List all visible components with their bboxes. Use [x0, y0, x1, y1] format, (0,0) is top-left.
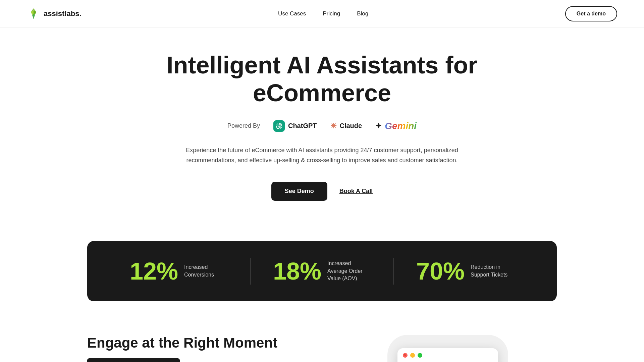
stat-label-tickets: Reduction in Support Tickets [471, 263, 514, 279]
browser-mockup: ✕ ⌖ [387, 335, 508, 362]
claude-label: Claude [340, 122, 362, 130]
claude-brand: ✳ Claude [330, 122, 362, 130]
stat-item-aov: 18% Increased Average Order Value (AOV) [251, 259, 393, 283]
stat-item-tickets: 70% Reduction in Support Tickets [394, 259, 537, 283]
browser-dot-green [418, 353, 422, 358]
logo-text: assistlabs. [44, 9, 82, 18]
stats-banner: 12% Increased Conversions 18% Increased … [87, 241, 557, 301]
engage-badge: BOOST CONVERSIONS BY UP TO 3X [87, 358, 180, 362]
hero-title: Intelligent AI Assistants for eCommerce [67, 51, 577, 107]
browser-inner: ✕ [397, 348, 498, 362]
gemini-icon: ✦ [375, 122, 381, 130]
stat-number-tickets: 70% [416, 259, 465, 283]
browser-dot-red: ✕ [403, 353, 408, 358]
navbar: assistlabs. Use Cases Pricing Blog Get a… [0, 0, 644, 28]
browser-dot-yellow [410, 353, 415, 358]
powered-by-row: Powered By ChatGPT ✳ Claude ✦ Gemini [67, 120, 577, 132]
hero-description: Experience the future of eCommerce with … [184, 145, 460, 166]
book-call-button[interactable]: Book A Call [339, 188, 373, 195]
stat-number-conversions: 12% [130, 259, 178, 283]
engage-title: Engage at the Right Moment [87, 335, 305, 351]
logo[interactable]: assistlabs. [27, 7, 82, 20]
chatgpt-brand: ChatGPT [273, 120, 317, 132]
get-demo-button[interactable]: Get a demo [565, 6, 617, 21]
hero-section: Intelligent AI Assistants for eCommerce … [0, 28, 644, 241]
engage-right: ✕ ⌖ [339, 335, 557, 362]
nav-item-use-cases[interactable]: Use Cases [278, 10, 306, 17]
powered-by-label: Powered By [227, 122, 260, 129]
nav-item-blog[interactable]: Blog [357, 10, 368, 17]
stat-label-conversions: Increased Conversions [184, 263, 228, 279]
stat-item-conversions: 12% Increased Conversions [107, 259, 250, 283]
see-demo-button[interactable]: See Demo [271, 182, 327, 201]
stat-label-aov: Increased Average Order Value (AOV) [327, 260, 371, 282]
nav-links: Use Cases Pricing Blog [278, 10, 368, 17]
browser-dots: ✕ [403, 353, 493, 358]
engage-section: Engage at the Right Moment BOOST CONVERS… [0, 325, 644, 362]
engage-left: Engage at the Right Moment BOOST CONVERS… [87, 335, 305, 362]
chatgpt-icon [273, 120, 285, 132]
chatgpt-label: ChatGPT [288, 122, 317, 130]
nav-item-pricing[interactable]: Pricing [323, 10, 340, 17]
gemini-label: Gemini [385, 121, 417, 131]
cta-row: See Demo Book A Call [67, 182, 577, 201]
claude-icon: ✳ [330, 122, 336, 130]
gemini-brand: ✦ Gemini [375, 121, 417, 131]
stat-number-aov: 18% [273, 259, 321, 283]
logo-icon [27, 7, 40, 20]
